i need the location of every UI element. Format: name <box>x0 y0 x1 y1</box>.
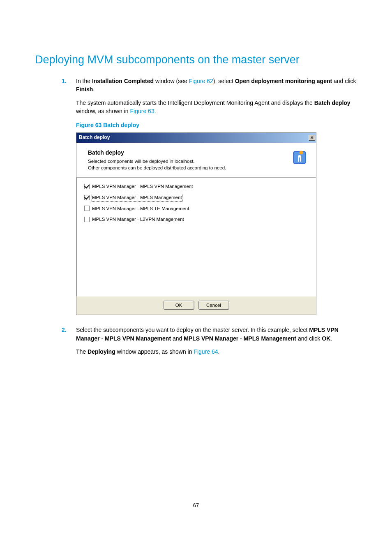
checkbox-label: MPLS VPN Manager - MPLS VPN Management <box>92 183 193 190</box>
component-checkbox-row[interactable]: MPLS VPN Manager - L2VPN Management <box>84 214 308 225</box>
component-checkbox-row[interactable]: MPLS VPN Manager - MPLS Management <box>84 192 308 203</box>
close-button[interactable]: ✕ <box>309 135 315 141</box>
step-1: 1. In the Installation Completed window … <box>76 77 357 315</box>
checkbox[interactable] <box>84 195 90 200</box>
close-icon: ✕ <box>310 136 314 140</box>
step-2: 2. Select the subcomponents you want to … <box>76 326 357 356</box>
dialog-title: Batch deploy <box>79 134 110 141</box>
checkbox-label: MPLS VPN Manager - L2VPN Management <box>92 216 184 223</box>
ok-button[interactable]: OK <box>164 301 194 310</box>
component-checkbox-row[interactable]: MPLS VPN Manager - MPLS TE Management <box>84 203 308 214</box>
step-number: 1. <box>62 77 67 85</box>
step-number: 2. <box>62 326 67 334</box>
component-checkbox-row[interactable]: MPLS VPN Manager - MPLS VPN Management <box>84 181 308 192</box>
dialog-titlebar: Batch deploy ✕ <box>76 133 316 142</box>
batch-deploy-dialog: Batch deploy ✕ Batch deploy Selected com… <box>76 132 316 315</box>
step-1-para-2: The system automatically starts the Inte… <box>76 99 357 116</box>
dialog-header-line-2: Other components can be deployed distrib… <box>88 165 226 171</box>
step-1-para-1: In the Installation Completed window (se… <box>76 77 357 94</box>
figure-64-link[interactable]: Figure 64 <box>194 348 218 355</box>
checkbox[interactable] <box>84 217 90 222</box>
figure-63-link[interactable]: Figure 63 <box>130 108 154 114</box>
dialog-body: MPLS VPN Manager - MPLS VPN ManagementMP… <box>76 177 316 297</box>
section-heading: Deploying MVM subcomponents on the maste… <box>35 53 357 66</box>
info-icon <box>291 148 309 167</box>
cancel-button[interactable]: Cancel <box>198 301 229 310</box>
checkbox[interactable] <box>84 184 90 189</box>
page-number: 67 <box>0 502 392 508</box>
dialog-header: Batch deploy Selected components will be… <box>76 143 316 177</box>
dialog-footer: OK Cancel <box>76 297 316 315</box>
checkbox-label: MPLS VPN Manager - MPLS Management <box>92 194 182 201</box>
figure-caption: Figure 63 Batch deploy <box>76 121 357 129</box>
step-2-para-1: Select the subcomponents you want to dep… <box>76 326 357 343</box>
dialog-header-line-1: Selected components will be deployed in … <box>88 158 226 165</box>
step-2-para-2: The Deploying window appears, as shown i… <box>76 348 357 356</box>
checkbox-label: MPLS VPN Manager - MPLS TE Management <box>92 205 189 212</box>
svg-point-2 <box>300 151 303 154</box>
checkbox[interactable] <box>84 206 90 211</box>
dialog-header-title: Batch deploy <box>88 148 226 157</box>
figure-62-link[interactable]: Figure 62 <box>189 78 213 84</box>
